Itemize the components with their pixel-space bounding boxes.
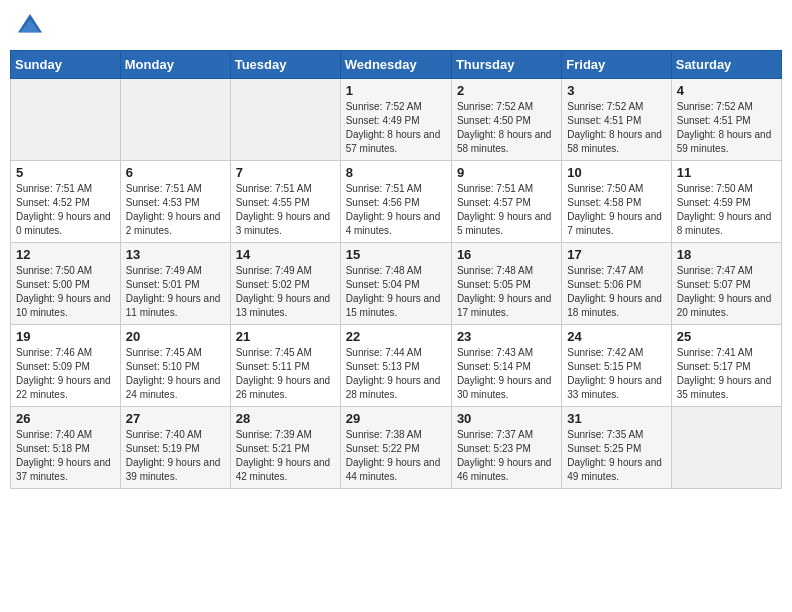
day-detail: Sunrise: 7:52 AMSunset: 4:51 PMDaylight:… [677,100,776,156]
day-number: 23 [457,329,556,344]
calendar-cell: 24Sunrise: 7:42 AMSunset: 5:15 PMDayligh… [562,325,671,407]
day-detail: Sunrise: 7:50 AMSunset: 4:59 PMDaylight:… [677,182,776,238]
day-detail: Sunrise: 7:49 AMSunset: 5:02 PMDaylight:… [236,264,335,320]
day-detail: Sunrise: 7:46 AMSunset: 5:09 PMDaylight:… [16,346,115,402]
day-detail: Sunrise: 7:51 AMSunset: 4:53 PMDaylight:… [126,182,225,238]
calendar-cell: 7Sunrise: 7:51 AMSunset: 4:55 PMDaylight… [230,161,340,243]
day-detail: Sunrise: 7:40 AMSunset: 5:19 PMDaylight:… [126,428,225,484]
calendar-cell: 3Sunrise: 7:52 AMSunset: 4:51 PMDaylight… [562,79,671,161]
day-header-thursday: Thursday [451,51,561,79]
day-detail: Sunrise: 7:45 AMSunset: 5:11 PMDaylight:… [236,346,335,402]
day-detail: Sunrise: 7:42 AMSunset: 5:15 PMDaylight:… [567,346,665,402]
week-row-3: 12Sunrise: 7:50 AMSunset: 5:00 PMDayligh… [11,243,782,325]
day-detail: Sunrise: 7:50 AMSunset: 5:00 PMDaylight:… [16,264,115,320]
logo-icon [14,10,46,42]
calendar-cell: 17Sunrise: 7:47 AMSunset: 5:06 PMDayligh… [562,243,671,325]
calendar-cell: 22Sunrise: 7:44 AMSunset: 5:13 PMDayligh… [340,325,451,407]
day-detail: Sunrise: 7:50 AMSunset: 4:58 PMDaylight:… [567,182,665,238]
calendar-table: SundayMondayTuesdayWednesdayThursdayFrid… [10,50,782,489]
day-header-monday: Monday [120,51,230,79]
calendar-header: SundayMondayTuesdayWednesdayThursdayFrid… [11,51,782,79]
calendar-cell: 2Sunrise: 7:52 AMSunset: 4:50 PMDaylight… [451,79,561,161]
day-number: 7 [236,165,335,180]
day-detail: Sunrise: 7:38 AMSunset: 5:22 PMDaylight:… [346,428,446,484]
day-detail: Sunrise: 7:43 AMSunset: 5:14 PMDaylight:… [457,346,556,402]
day-detail: Sunrise: 7:49 AMSunset: 5:01 PMDaylight:… [126,264,225,320]
day-number: 3 [567,83,665,98]
calendar-cell: 25Sunrise: 7:41 AMSunset: 5:17 PMDayligh… [671,325,781,407]
day-detail: Sunrise: 7:48 AMSunset: 5:05 PMDaylight:… [457,264,556,320]
week-row-1: 1Sunrise: 7:52 AMSunset: 4:49 PMDaylight… [11,79,782,161]
calendar-cell [671,407,781,489]
day-number: 2 [457,83,556,98]
calendar-cell [120,79,230,161]
day-detail: Sunrise: 7:52 AMSunset: 4:49 PMDaylight:… [346,100,446,156]
day-number: 18 [677,247,776,262]
calendar-cell: 15Sunrise: 7:48 AMSunset: 5:04 PMDayligh… [340,243,451,325]
day-number: 17 [567,247,665,262]
calendar-cell: 23Sunrise: 7:43 AMSunset: 5:14 PMDayligh… [451,325,561,407]
calendar-cell: 31Sunrise: 7:35 AMSunset: 5:25 PMDayligh… [562,407,671,489]
day-detail: Sunrise: 7:47 AMSunset: 5:06 PMDaylight:… [567,264,665,320]
day-header-wednesday: Wednesday [340,51,451,79]
day-number: 20 [126,329,225,344]
day-header-saturday: Saturday [671,51,781,79]
day-header-tuesday: Tuesday [230,51,340,79]
calendar-cell [230,79,340,161]
day-header-friday: Friday [562,51,671,79]
day-number: 9 [457,165,556,180]
day-detail: Sunrise: 7:37 AMSunset: 5:23 PMDaylight:… [457,428,556,484]
day-number: 28 [236,411,335,426]
calendar-cell: 28Sunrise: 7:39 AMSunset: 5:21 PMDayligh… [230,407,340,489]
week-row-2: 5Sunrise: 7:51 AMSunset: 4:52 PMDaylight… [11,161,782,243]
calendar-cell: 13Sunrise: 7:49 AMSunset: 5:01 PMDayligh… [120,243,230,325]
day-detail: Sunrise: 7:44 AMSunset: 5:13 PMDaylight:… [346,346,446,402]
day-number: 5 [16,165,115,180]
day-number: 1 [346,83,446,98]
week-row-5: 26Sunrise: 7:40 AMSunset: 5:18 PMDayligh… [11,407,782,489]
calendar-body: 1Sunrise: 7:52 AMSunset: 4:49 PMDaylight… [11,79,782,489]
week-row-4: 19Sunrise: 7:46 AMSunset: 5:09 PMDayligh… [11,325,782,407]
calendar-cell: 12Sunrise: 7:50 AMSunset: 5:00 PMDayligh… [11,243,121,325]
day-detail: Sunrise: 7:52 AMSunset: 4:50 PMDaylight:… [457,100,556,156]
calendar-cell: 20Sunrise: 7:45 AMSunset: 5:10 PMDayligh… [120,325,230,407]
calendar-cell: 14Sunrise: 7:49 AMSunset: 5:02 PMDayligh… [230,243,340,325]
day-number: 25 [677,329,776,344]
day-number: 12 [16,247,115,262]
day-detail: Sunrise: 7:39 AMSunset: 5:21 PMDaylight:… [236,428,335,484]
day-detail: Sunrise: 7:52 AMSunset: 4:51 PMDaylight:… [567,100,665,156]
day-detail: Sunrise: 7:48 AMSunset: 5:04 PMDaylight:… [346,264,446,320]
calendar-cell: 10Sunrise: 7:50 AMSunset: 4:58 PMDayligh… [562,161,671,243]
calendar-cell: 6Sunrise: 7:51 AMSunset: 4:53 PMDaylight… [120,161,230,243]
calendar-cell: 19Sunrise: 7:46 AMSunset: 5:09 PMDayligh… [11,325,121,407]
days-of-week-row: SundayMondayTuesdayWednesdayThursdayFrid… [11,51,782,79]
day-detail: Sunrise: 7:35 AMSunset: 5:25 PMDaylight:… [567,428,665,484]
day-detail: Sunrise: 7:45 AMSunset: 5:10 PMDaylight:… [126,346,225,402]
calendar-cell: 30Sunrise: 7:37 AMSunset: 5:23 PMDayligh… [451,407,561,489]
day-number: 24 [567,329,665,344]
day-detail: Sunrise: 7:40 AMSunset: 5:18 PMDaylight:… [16,428,115,484]
calendar-cell: 4Sunrise: 7:52 AMSunset: 4:51 PMDaylight… [671,79,781,161]
day-number: 22 [346,329,446,344]
day-number: 8 [346,165,446,180]
day-number: 13 [126,247,225,262]
day-number: 4 [677,83,776,98]
day-number: 31 [567,411,665,426]
calendar-cell: 16Sunrise: 7:48 AMSunset: 5:05 PMDayligh… [451,243,561,325]
day-detail: Sunrise: 7:51 AMSunset: 4:57 PMDaylight:… [457,182,556,238]
calendar-cell: 27Sunrise: 7:40 AMSunset: 5:19 PMDayligh… [120,407,230,489]
day-number: 27 [126,411,225,426]
day-number: 26 [16,411,115,426]
day-detail: Sunrise: 7:47 AMSunset: 5:07 PMDaylight:… [677,264,776,320]
day-number: 30 [457,411,556,426]
day-number: 10 [567,165,665,180]
calendar-cell: 21Sunrise: 7:45 AMSunset: 5:11 PMDayligh… [230,325,340,407]
day-number: 21 [236,329,335,344]
day-number: 15 [346,247,446,262]
calendar-cell: 11Sunrise: 7:50 AMSunset: 4:59 PMDayligh… [671,161,781,243]
day-number: 11 [677,165,776,180]
day-detail: Sunrise: 7:51 AMSunset: 4:56 PMDaylight:… [346,182,446,238]
page-header [10,10,782,42]
day-detail: Sunrise: 7:41 AMSunset: 5:17 PMDaylight:… [677,346,776,402]
day-number: 29 [346,411,446,426]
